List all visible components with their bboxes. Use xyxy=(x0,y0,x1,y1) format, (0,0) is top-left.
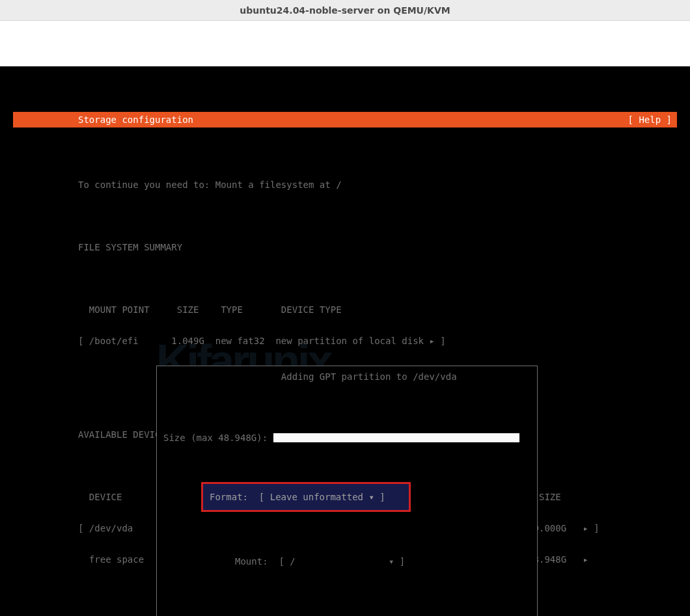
instruction-text: To continue you need to: Mount a filesys… xyxy=(78,180,677,190)
mount-row: Mount: [ / ▾ ] xyxy=(163,556,531,567)
fs-summary-heading: FILE SYSTEM SUMMARY xyxy=(78,242,677,252)
window-titlebar: ubuntu24.04-noble-server on QEMU/KVM xyxy=(0,0,690,21)
partition-dialog: Adding GPT partition to /dev/vda Size (m… xyxy=(156,366,538,616)
format-row-highlight: Format: [ Leave unformatted ▾ ] xyxy=(201,482,411,512)
window-title: ubuntu24.04-noble-server on QEMU/KVM xyxy=(240,5,450,16)
size-label: Size (max 48.948G): xyxy=(163,433,273,443)
help-button[interactable]: [ Help ] xyxy=(628,112,672,127)
dialog-title: Adding GPT partition to /dev/vda xyxy=(277,371,461,382)
format-label: Format: xyxy=(210,492,259,502)
size-row: Size (max 48.948G): xyxy=(163,433,531,443)
format-dropdown[interactable]: [ Leave unformatted ▾ ] xyxy=(259,492,385,502)
terminal: Storage configuration [ Help ] Kifarunix… xyxy=(0,66,690,616)
page-title: Storage configuration xyxy=(78,112,193,127)
header-bar: Storage configuration [ Help ] xyxy=(13,112,677,127)
fs-summary-row[interactable]: [ /boot/efi 1.049G new fat32 new partiti… xyxy=(78,336,677,346)
viewer-gap xyxy=(0,21,690,66)
mount-dropdown[interactable]: [ / ▾ ] xyxy=(279,556,405,567)
mount-label: Mount: xyxy=(235,556,279,567)
dialog-title-wrap: Adding GPT partition to /dev/vda xyxy=(157,361,537,392)
fs-summary-cols: MOUNT POINT SIZE TYPE DEVICE TYPE xyxy=(78,304,677,315)
size-input[interactable] xyxy=(273,433,519,442)
